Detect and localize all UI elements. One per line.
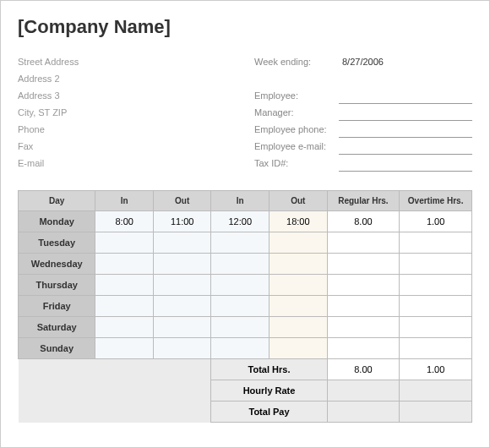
total-reg: 8.00	[327, 359, 400, 380]
out2-cell	[270, 296, 328, 317]
table-row: Tuesday	[19, 232, 472, 254]
day-cell: Tuesday	[19, 232, 95, 254]
out1-cell	[153, 338, 211, 359]
table-row: Monday8:0011:0012:0018:008.001.00	[19, 211, 472, 232]
in2-cell	[211, 317, 270, 338]
day-cell: Monday	[19, 211, 95, 232]
in2-cell	[211, 338, 270, 359]
header-reg: Regular Hrs.	[327, 191, 400, 211]
tax-id-label: Tax ID#:	[254, 155, 339, 172]
header-in1: In	[95, 191, 154, 211]
out1-cell	[153, 317, 211, 338]
fax-label: Fax	[18, 138, 237, 155]
in1-cell	[95, 232, 154, 254]
reg-cell	[327, 275, 400, 296]
in2-cell	[211, 254, 270, 275]
header-out2: Out	[270, 191, 328, 211]
reg-cell	[327, 254, 400, 275]
day-cell: Thursday	[19, 275, 95, 296]
out2-cell	[270, 275, 328, 296]
reg-cell	[327, 296, 400, 317]
week-ending-value: 8/27/2006	[339, 53, 472, 70]
table-row: Friday	[19, 296, 472, 317]
manager-label: Manager:	[254, 104, 339, 121]
header-ot: Overtime Hrs.	[400, 191, 472, 211]
header-out1: Out	[153, 191, 211, 211]
hourly-rate-label: Hourly Rate	[211, 380, 327, 402]
employee-label: Employee:	[254, 87, 339, 104]
emp-email-value	[339, 141, 472, 155]
street-address: Street Address	[18, 53, 237, 70]
in1-cell	[95, 338, 154, 359]
in1-cell: 8:00	[95, 211, 154, 232]
out2-cell: 18:00	[270, 211, 328, 232]
in2-cell: 12:00	[211, 211, 270, 232]
out2-cell	[270, 338, 328, 359]
table-row: Sunday	[19, 338, 472, 359]
emp-email-label: Employee e-mail:	[254, 138, 339, 155]
company-name-title: [Company Name]	[18, 16, 472, 38]
emp-phone-value	[339, 124, 472, 138]
email-label: E-mail	[18, 155, 237, 172]
out2-cell	[270, 254, 328, 275]
week-ending-label: Week ending:	[254, 53, 339, 70]
ot-cell	[400, 338, 472, 359]
reg-cell	[327, 338, 400, 359]
header-day: Day	[19, 191, 95, 211]
ot-cell	[400, 275, 472, 296]
in1-cell	[95, 254, 154, 275]
ot-cell	[400, 232, 472, 254]
in1-cell	[95, 275, 154, 296]
out1-cell	[153, 254, 211, 275]
out1-cell: 11:00	[153, 211, 211, 232]
manager-value	[339, 107, 472, 121]
ot-cell	[400, 317, 472, 338]
total-ot: 1.00	[400, 359, 472, 380]
day-cell: Wednesday	[19, 254, 95, 275]
table-row: Saturday	[19, 317, 472, 338]
reg-cell: 8.00	[327, 211, 400, 232]
ot-cell: 1.00	[400, 211, 472, 232]
out2-cell	[270, 232, 328, 254]
in2-cell	[211, 296, 270, 317]
out1-cell	[153, 232, 211, 254]
table-row: Wednesday	[19, 254, 472, 275]
total-pay-reg	[327, 402, 400, 423]
address-3: Address 3	[18, 87, 237, 104]
reg-cell	[327, 317, 400, 338]
header-in2: In	[211, 191, 270, 211]
employee-value	[339, 90, 472, 104]
in1-cell	[95, 296, 154, 317]
address-2: Address 2	[18, 70, 237, 87]
ot-cell	[400, 254, 472, 275]
out1-cell	[153, 275, 211, 296]
day-cell: Sunday	[19, 338, 95, 359]
address-block: Street Address Address 2 Address 3 City,…	[18, 53, 237, 172]
day-cell: Friday	[19, 296, 95, 317]
hourly-rate-reg	[327, 380, 400, 402]
table-row: Thursday	[19, 275, 472, 296]
info-block: Week ending: 8/27/2006 Employee: Manager…	[254, 53, 472, 172]
out2-cell	[270, 317, 328, 338]
total-pay-ot	[400, 402, 472, 423]
phone-label: Phone	[18, 121, 237, 138]
in2-cell	[211, 232, 270, 254]
timesheet-table: Day In Out In Out Regular Hrs. Overtime …	[18, 190, 472, 423]
tax-id-value	[339, 158, 472, 172]
hourly-rate-ot	[400, 380, 472, 402]
emp-phone-label: Employee phone:	[254, 121, 339, 138]
total-pay-label: Total Pay	[211, 402, 327, 423]
total-hrs-label: Total Hrs.	[211, 359, 327, 380]
in2-cell	[211, 275, 270, 296]
day-cell: Saturday	[19, 317, 95, 338]
out1-cell	[153, 296, 211, 317]
ot-cell	[400, 296, 472, 317]
in1-cell	[95, 317, 154, 338]
city-st-zip: City, ST ZIP	[18, 104, 237, 121]
reg-cell	[327, 232, 400, 254]
